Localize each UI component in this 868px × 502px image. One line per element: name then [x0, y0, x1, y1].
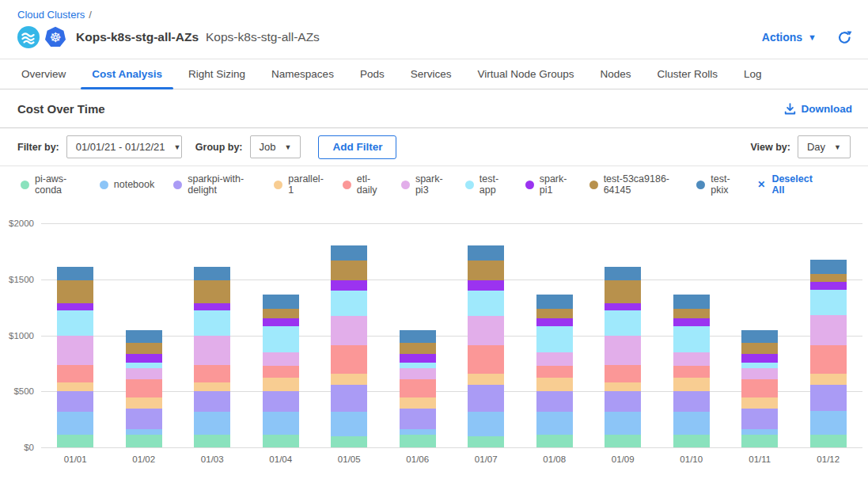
breadcrumb-link-cloud-clusters[interactable]: Cloud Clusters: [17, 9, 85, 21]
bar-segment-test-53ca9186-64145[interactable]: [605, 280, 641, 302]
bar-segment-spark-pi1[interactable]: [536, 318, 573, 326]
bar-segment-test-app[interactable]: [331, 291, 367, 316]
bar-segment-test-app[interactable]: [741, 363, 778, 369]
bar-segment-spark-pi1[interactable]: [468, 280, 504, 291]
bar-segment-pi-aws-conda[interactable]: [673, 435, 710, 447]
bar-segment-spark-pi3[interactable]: [673, 352, 710, 365]
bar-segment-test-pkix[interactable]: [331, 245, 367, 260]
bar-segment-sparkpi-with-delight[interactable]: [400, 409, 436, 429]
bar-segment-test-pkix[interactable]: [536, 295, 573, 309]
bar-segment-pi-aws-conda[interactable]: [263, 435, 299, 447]
bar-segment-parallel-1[interactable]: [126, 397, 162, 409]
bar-segment-test-53ca9186-64145[interactable]: [468, 261, 504, 280]
bar-segment-test-pkix[interactable]: [673, 295, 710, 309]
bar-segment-notebook[interactable]: [468, 412, 504, 435]
bar-segment-spark-pi3[interactable]: [741, 368, 778, 379]
bar-segment-pi-aws-conda[interactable]: [331, 436, 367, 447]
bar-segment-spark-pi3[interactable]: [263, 352, 299, 365]
bar-segment-test-app[interactable]: [400, 363, 436, 369]
tab-cost-analysis[interactable]: Cost Analysis: [81, 59, 173, 89]
bar-segment-test-pkix[interactable]: [810, 260, 847, 274]
bar-segment-test-app[interactable]: [536, 326, 573, 352]
add-filter-button[interactable]: Add Filter: [318, 135, 396, 159]
bar-segment-test-53ca9186-64145[interactable]: [400, 343, 436, 353]
legend-item-spark-pi3[interactable]: spark-pi3: [401, 173, 446, 196]
bar-segment-notebook[interactable]: [331, 412, 367, 435]
date-range-select[interactable]: 01/01/21 - 01/12/21 ▼: [66, 135, 182, 158]
bar-segment-notebook[interactable]: [536, 412, 573, 434]
bar-segment-etl-daily[interactable]: [400, 379, 436, 397]
bar-segment-parallel-1[interactable]: [194, 382, 230, 391]
legend-item-test-pkix[interactable]: test-pkix: [696, 173, 738, 196]
bar-segment-notebook[interactable]: [605, 412, 641, 434]
bar-segment-test-app[interactable]: [468, 291, 504, 316]
bar-segment-spark-pi3[interactable]: [194, 336, 230, 365]
bar-segment-test-pkix[interactable]: [57, 267, 93, 280]
tab-log[interactable]: Log: [733, 59, 773, 89]
bar-segment-etl-daily[interactable]: [810, 345, 847, 374]
chart-bar-01/01[interactable]: [57, 267, 93, 447]
bar-segment-parallel-1[interactable]: [536, 378, 573, 390]
bar-segment-notebook[interactable]: [194, 412, 230, 434]
bar-segment-test-app[interactable]: [673, 326, 710, 352]
bar-segment-notebook[interactable]: [673, 412, 710, 434]
bar-segment-sparkpi-with-delight[interactable]: [331, 385, 367, 413]
bar-segment-test-53ca9186-64145[interactable]: [331, 261, 367, 280]
bar-segment-spark-pi3[interactable]: [468, 316, 504, 345]
chart-bar-01/02[interactable]: [126, 329, 162, 447]
bar-segment-parallel-1[interactable]: [400, 397, 436, 409]
bar-segment-test-pkix[interactable]: [126, 330, 162, 344]
bar-segment-sparkpi-with-delight[interactable]: [605, 391, 641, 412]
bar-segment-spark-pi1[interactable]: [263, 318, 299, 326]
chart-bar-01/07[interactable]: [468, 245, 504, 447]
bar-segment-spark-pi3[interactable]: [536, 352, 573, 365]
bar-segment-sparkpi-with-delight[interactable]: [741, 409, 778, 429]
group-by-select[interactable]: Job ▼: [250, 135, 301, 158]
bar-segment-sparkpi-with-delight[interactable]: [126, 409, 162, 429]
bar-segment-test-53ca9186-64145[interactable]: [673, 309, 710, 318]
bar-segment-spark-pi1[interactable]: [400, 354, 436, 363]
bar-segment-notebook[interactable]: [57, 412, 93, 434]
bar-segment-test-pkix[interactable]: [400, 330, 436, 344]
legend-item-test-app[interactable]: test-app: [465, 173, 506, 196]
bar-segment-spark-pi1[interactable]: [331, 280, 367, 291]
bar-segment-spark-pi1[interactable]: [194, 303, 230, 310]
legend-item-test-53ca9186-64145[interactable]: test-53ca9186-64145: [589, 173, 678, 196]
bar-segment-etl-daily[interactable]: [468, 345, 504, 375]
bar-segment-test-53ca9186-64145[interactable]: [741, 343, 778, 353]
bar-segment-pi-aws-conda[interactable]: [194, 435, 230, 447]
bar-segment-parallel-1[interactable]: [263, 378, 299, 390]
view-by-select[interactable]: Day ▼: [798, 135, 851, 158]
bar-segment-spark-pi1[interactable]: [673, 318, 710, 326]
tab-nodes[interactable]: Nodes: [589, 59, 642, 89]
bar-segment-spark-pi1[interactable]: [741, 354, 778, 363]
legend-item-pi-aws-conda[interactable]: pi-aws-conda: [21, 173, 81, 196]
chart-bar-01/05[interactable]: [331, 245, 367, 447]
bar-segment-sparkpi-with-delight[interactable]: [194, 391, 230, 412]
bar-segment-test-53ca9186-64145[interactable]: [57, 280, 93, 302]
chart-bar-01/10[interactable]: [673, 295, 710, 447]
bar-segment-spark-pi3[interactable]: [605, 336, 641, 365]
bar-segment-spark-pi1[interactable]: [810, 282, 847, 290]
bar-segment-etl-daily[interactable]: [57, 365, 93, 382]
tab-right-sizing[interactable]: Right Sizing: [177, 59, 256, 89]
bar-segment-spark-pi3[interactable]: [331, 316, 367, 345]
bar-segment-test-pkix[interactable]: [468, 245, 504, 260]
bar-segment-spark-pi3[interactable]: [57, 336, 93, 365]
bar-segment-etl-daily[interactable]: [536, 366, 573, 378]
bar-segment-test-53ca9186-64145[interactable]: [126, 343, 162, 353]
bar-segment-test-53ca9186-64145[interactable]: [194, 280, 230, 302]
bar-segment-pi-aws-conda[interactable]: [400, 435, 436, 447]
bar-segment-test-app[interactable]: [810, 290, 847, 316]
tab-pods[interactable]: Pods: [349, 59, 396, 89]
chart-bar-01/06[interactable]: [400, 329, 436, 447]
bar-segment-etl-daily[interactable]: [194, 365, 230, 382]
legend-item-parallel-1[interactable]: parallel-1: [274, 173, 323, 196]
bar-segment-pi-aws-conda[interactable]: [126, 435, 162, 447]
bar-segment-test-pkix[interactable]: [741, 330, 778, 344]
bar-segment-notebook[interactable]: [810, 411, 847, 435]
bar-segment-spark-pi1[interactable]: [57, 303, 93, 310]
bar-segment-test-app[interactable]: [263, 326, 299, 352]
bar-segment-parallel-1[interactable]: [57, 382, 93, 391]
refresh-button[interactable]: [837, 30, 852, 45]
